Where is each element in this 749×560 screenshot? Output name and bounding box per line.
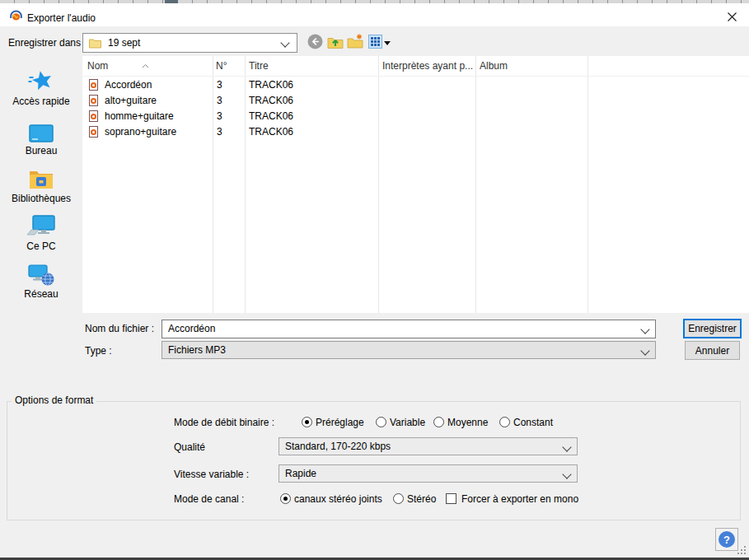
sidebar-item-label: Bibliothèques (0, 193, 82, 204)
audacity-logo-icon (8, 9, 24, 24)
new-folder-icon (347, 34, 363, 52)
desktop-icon (0, 115, 82, 143)
file-tracknum: 3 (217, 124, 222, 140)
file-name: soprano+guitare (105, 124, 176, 140)
file-tracknum: 3 (217, 109, 222, 124)
variable-speed-value: Rapide (285, 465, 316, 483)
filetype-combobox[interactable]: Fichiers MP3 (162, 341, 656, 359)
chevron-down-icon (640, 324, 649, 334)
audio-file-icon (89, 79, 98, 91)
quick-access-star-icon (0, 66, 82, 94)
help-button[interactable]: ? (715, 528, 738, 551)
sidebar-item-label: Ce PC (0, 240, 82, 252)
radio-joint-stereo[interactable] (280, 493, 291, 504)
close-button[interactable] (719, 7, 745, 30)
title-bar: Exporter l'audio (0, 3, 749, 26)
audio-file-icon (89, 95, 98, 106)
radio-stereo-label[interactable]: Stéréo (407, 493, 436, 506)
column-header-album[interactable]: Album (480, 56, 585, 76)
file-tracknum: 3 (217, 77, 222, 93)
folder-icon (89, 38, 101, 51)
column-header-title[interactable]: Titre (249, 56, 376, 76)
save-in-label: Enregistrer dans : (8, 37, 87, 49)
radio-average[interactable] (433, 417, 444, 427)
variable-speed-combobox[interactable]: Rapide (279, 464, 578, 483)
radio-variable[interactable] (376, 417, 386, 427)
channel-mode-label: Mode de canal : (174, 493, 244, 506)
chevron-down-icon (280, 38, 289, 47)
file-list: Nom N° Titre Interprètes ayant p... Albu… (82, 56, 749, 313)
sidebar-item-this-pc[interactable]: Ce PC (0, 211, 82, 252)
quality-value: Standard, 170-220 kbps (285, 438, 391, 455)
up-one-level-button[interactable] (327, 35, 344, 51)
sidebar-item-network[interactable]: Réseau (0, 259, 82, 300)
file-tracknum: 3 (217, 93, 222, 109)
sidebar-item-label: Accès rapide (0, 96, 82, 107)
column-header-artists[interactable]: Interprètes ayant p... (382, 56, 473, 76)
audio-file-icon (89, 110, 98, 122)
new-folder-button[interactable] (347, 35, 363, 51)
save-in-value: 19 sept (108, 34, 140, 52)
filetype-label: Type : (85, 345, 112, 357)
cancel-button[interactable]: Annuler (685, 341, 740, 360)
chevron-down-icon (640, 346, 649, 355)
file-title: TRACK06 (249, 93, 293, 109)
save-button[interactable]: Enregistrer (683, 319, 742, 338)
file-name: alto+guitare (105, 93, 157, 109)
file-title: TRACK06 (249, 109, 293, 124)
network-icon (0, 259, 82, 287)
filetype-value: Fichiers MP3 (168, 342, 226, 359)
header-divider (82, 76, 749, 77)
file-row[interactable]: alto+guitare 3 TRACK06 (82, 93, 749, 109)
close-icon (727, 12, 737, 25)
view-menu-icon (368, 35, 382, 51)
radio-variable-label[interactable]: Variable (390, 417, 425, 429)
radio-preset[interactable] (302, 417, 312, 427)
resize-grip[interactable] (737, 546, 747, 556)
filename-label: Nom du fichier : (85, 323, 154, 335)
quality-label: Qualité (174, 441, 205, 454)
libraries-icon (0, 163, 82, 191)
back-button[interactable] (307, 35, 323, 51)
view-menu-caret-icon[interactable] (384, 41, 391, 45)
radio-joint-stereo-label[interactable]: canaux stéréo joints (294, 493, 382, 506)
file-row[interactable]: soprano+guitare 3 TRACK06 (82, 124, 749, 140)
force-mono-checkbox[interactable] (446, 493, 456, 504)
sidebar-item-libraries[interactable]: Bibliothèques (0, 163, 82, 204)
file-title: TRACK06 (249, 77, 293, 93)
force-mono-label[interactable]: Forcer à exporter en mono (461, 493, 578, 506)
sidebar-item-desktop[interactable]: Bureau (0, 115, 82, 156)
dialog-title: Exporter l'audio (27, 7, 96, 30)
sidebar-item-label: Réseau (0, 288, 82, 300)
sidebar-item-label: Bureau (0, 145, 82, 156)
radio-preset-label[interactable]: Préréglage (316, 417, 364, 429)
column-header-name[interactable]: Nom (87, 56, 209, 76)
variable-speed-label: Vitesse variable : (174, 469, 249, 481)
places-sidebar: Accès rapide Bureau Bibliothèques (0, 56, 82, 313)
filename-value: Accordéon (168, 320, 215, 338)
save-in-combobox[interactable]: 19 sept (82, 33, 297, 53)
bitrate-mode-label: Mode de débit binaire : (174, 417, 274, 429)
chevron-down-icon (562, 442, 571, 451)
chevron-down-icon (562, 469, 571, 478)
format-options-title: Options de format (12, 394, 96, 407)
radio-constant-label[interactable]: Constant (513, 417, 553, 429)
view-menu-button[interactable] (367, 35, 383, 51)
quality-combobox[interactable]: Standard, 170-220 kbps (279, 437, 578, 455)
column-header-number[interactable]: N° (216, 56, 242, 76)
export-audio-dialog: Exporter l'audio Enregistrer dans : 19 s… (0, 0, 749, 560)
radio-stereo[interactable] (393, 493, 404, 504)
help-icon: ? (719, 531, 735, 548)
audio-file-icon (89, 126, 98, 138)
radio-average-label[interactable]: Moyenne (447, 417, 488, 429)
file-name: homme+guitare (105, 109, 174, 124)
filename-combobox[interactable]: Accordéon (162, 320, 656, 338)
this-pc-icon (0, 211, 82, 239)
radio-constant[interactable] (499, 417, 510, 427)
file-name: Accordéon (105, 77, 152, 93)
file-row[interactable]: homme+guitare 3 TRACK06 (82, 109, 749, 124)
sidebar-item-quick-access[interactable]: Accès rapide (0, 66, 82, 107)
folder-up-icon (327, 35, 344, 52)
file-title: TRACK06 (249, 124, 293, 140)
file-row[interactable]: Accordéon 3 TRACK06 (82, 77, 749, 93)
